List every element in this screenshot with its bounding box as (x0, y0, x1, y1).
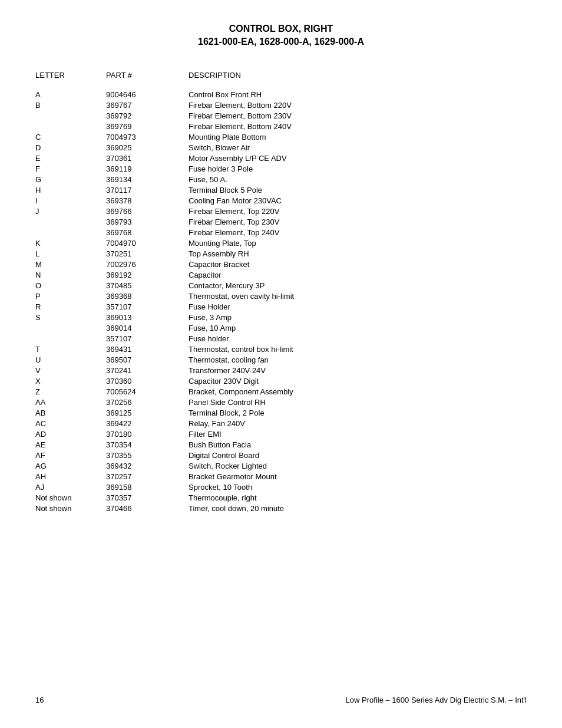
cell-letter: AG (35, 460, 106, 471)
table-row: AJ369158Sprocket, 10 Tooth (35, 482, 527, 492)
cell-part: 369792 (106, 110, 189, 121)
table-row: A9004646Control Box Front RH (35, 89, 527, 100)
table-row: AH370257Bracket Gearmotor Mount (35, 471, 527, 482)
cell-desc: Firebar Element, Top 240V (189, 227, 527, 238)
cell-part: 370241 (106, 365, 189, 375)
cell-desc: Firebar Element, Top 230V (189, 216, 527, 227)
cell-part: 369025 (106, 142, 189, 153)
cell-desc: Capacitor 230V Digit (189, 375, 527, 386)
cell-part: 370485 (106, 280, 189, 291)
table-row: AE370354Bush Button Facia (35, 439, 527, 450)
table-row: Not shown370357Thermocouple, right (35, 492, 527, 503)
cell-desc: Thermostat, oven cavity hi-limit (189, 291, 527, 301)
cell-desc: Filter EMI (189, 429, 527, 439)
cell-part: 369507 (106, 354, 189, 365)
cell-letter: D (35, 142, 106, 153)
table-row: AG369432Switch, Rocker Lighted (35, 460, 527, 471)
cell-part: 357107 (106, 333, 189, 344)
col-header-part: PART # (106, 71, 189, 89)
cell-letter (35, 216, 106, 227)
cell-desc: Terminal Block, 2 Pole (189, 407, 527, 418)
table-row: J369766Firebar Element, Top 220V (35, 206, 527, 216)
cell-desc: Fuse, 3 Amp (189, 312, 527, 322)
table-row: X370360Capacitor 230V Digit (35, 375, 527, 386)
col-header-desc: DESCRIPTION (189, 71, 527, 89)
cell-letter: N (35, 269, 106, 280)
cell-desc: Thermostat, control box hi-limit (189, 344, 527, 354)
cell-desc: Terminal Block 5 Pole (189, 185, 527, 195)
cell-desc: Sprocket, 10 Tooth (189, 482, 527, 492)
cell-letter: V (35, 365, 106, 375)
cell-letter: AF (35, 450, 106, 460)
cell-part: 369125 (106, 407, 189, 418)
cell-letter: G (35, 174, 106, 185)
table-row: P369368Thermostat, oven cavity hi-limit (35, 291, 527, 301)
cell-desc: Relay, Fan 240V (189, 418, 527, 429)
cell-desc: Capacitor Bracket (189, 259, 527, 269)
table-row: 357107Fuse holder (35, 333, 527, 344)
table-row: R357107Fuse Holder (35, 301, 527, 312)
cell-part: 369192 (106, 269, 189, 280)
table-row: AA370256Panel Side Control RH (35, 397, 527, 407)
table-row: AF370355Digital Control Board (35, 450, 527, 460)
table-row: 369014Fuse, 10 Amp (35, 322, 527, 333)
table-row: AD370180Filter EMI (35, 429, 527, 439)
cell-part: 369422 (106, 418, 189, 429)
cell-letter: Not shown (35, 503, 106, 513)
cell-desc: Panel Side Control RH (189, 397, 527, 407)
table-row: 369792Firebar Element, Bottom 230V (35, 110, 527, 121)
cell-letter (35, 322, 106, 333)
table-row: V370241Transformer 240V-24V (35, 365, 527, 375)
cell-letter: AE (35, 439, 106, 450)
table-row: 369769Firebar Element, Bottom 240V (35, 121, 527, 131)
cell-desc: Bracket Gearmotor Mount (189, 471, 527, 482)
cell-letter: K (35, 238, 106, 248)
table-row: D369025Switch, Blower Air (35, 142, 527, 153)
table-row: AB369125Terminal Block, 2 Pole (35, 407, 527, 418)
table-row: B369767Firebar Element, Bottom 220V (35, 100, 527, 110)
parts-table: LETTER PART # DESCRIPTION A9004646Contro… (35, 71, 527, 513)
table-row: L370251Top Assembly RH (35, 248, 527, 259)
table-row: Z7005624Bracket, Component Assembly (35, 386, 527, 397)
cell-part: 370256 (106, 397, 189, 407)
page-number: 16 (35, 696, 44, 704)
col-header-letter: LETTER (35, 71, 106, 89)
cell-part: 369432 (106, 460, 189, 471)
cell-part: 370361 (106, 153, 189, 163)
cell-letter: E (35, 153, 106, 163)
cell-part: 369014 (106, 322, 189, 333)
cell-letter: AC (35, 418, 106, 429)
cell-letter: AB (35, 407, 106, 418)
cell-letter: P (35, 291, 106, 301)
cell-desc: Firebar Element, Bottom 230V (189, 110, 527, 121)
cell-part: 7004973 (106, 131, 189, 142)
cell-letter (35, 121, 106, 131)
page-title: CONTROL BOX, RIGHT (35, 24, 527, 34)
cell-part: 370360 (106, 375, 189, 386)
cell-desc: Digital Control Board (189, 450, 527, 460)
cell-desc: Switch, Blower Air (189, 142, 527, 153)
cell-part: 369013 (106, 312, 189, 322)
cell-desc: Top Assembly RH (189, 248, 527, 259)
cell-desc: Switch, Rocker Lighted (189, 460, 527, 471)
cell-letter: O (35, 280, 106, 291)
cell-desc: Mounting Plate Bottom (189, 131, 527, 142)
cell-letter: AH (35, 471, 106, 482)
cell-letter: AA (35, 397, 106, 407)
cell-desc: Motor Assembly L/P CE ADV (189, 153, 527, 163)
cell-desc: Firebar Element, Bottom 240V (189, 121, 527, 131)
table-row: T369431Thermostat, control box hi-limit (35, 344, 527, 354)
cell-part: 369378 (106, 195, 189, 206)
cell-letter: AD (35, 429, 106, 439)
cell-desc: Thermostat, cooling fan (189, 354, 527, 365)
cell-letter: L (35, 248, 106, 259)
cell-part: 369431 (106, 344, 189, 354)
cell-part: 7005624 (106, 386, 189, 397)
table-row: E370361Motor Assembly L/P CE ADV (35, 153, 527, 163)
cell-part: 370257 (106, 471, 189, 482)
table-row: N369192Capacitor (35, 269, 527, 280)
cell-letter: H (35, 185, 106, 195)
cell-part: 370354 (106, 439, 189, 450)
cell-letter: AJ (35, 482, 106, 492)
cell-letter: A (35, 89, 106, 100)
